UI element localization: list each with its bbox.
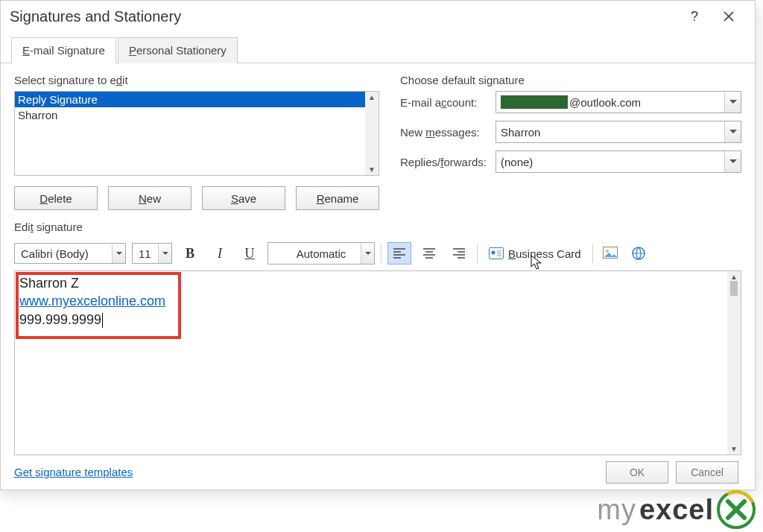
save-button[interactable]: Save (202, 186, 285, 210)
insert-picture-button[interactable] (599, 242, 621, 265)
signature-listbox[interactable]: Reply Signature Sharron ▲▼ (14, 91, 379, 176)
chevron-down-icon (724, 121, 741, 142)
tab-strip: E-mail Signature Personal Stationery (1, 37, 755, 63)
chevron-down-icon (361, 243, 374, 264)
insert-hyperlink-button[interactable] (627, 242, 650, 265)
replies-forwards-select[interactable]: (none) (496, 151, 741, 173)
replies-forwards-label: Replies/forwards: (400, 156, 490, 168)
align-center-button[interactable] (417, 242, 441, 265)
dialog-footer: OK Cancel (606, 461, 738, 484)
chevron-down-icon (724, 151, 741, 172)
signature-editor-wrap: Sharron Z www.myexcelonline.com 999.999.… (14, 270, 741, 455)
separator (592, 244, 593, 263)
link-icon (631, 246, 646, 261)
signature-link[interactable]: www.myexcelonline.com (19, 294, 165, 308)
tab-personal-stationery[interactable]: Personal Stationery (118, 37, 238, 63)
svg-point-5 (718, 492, 754, 528)
help-button[interactable]: ? (677, 1, 712, 31)
svg-point-3 (606, 250, 609, 253)
chevron-down-icon (112, 244, 125, 263)
signatures-dialog: Signatures and Stationery ? E-mail Signa… (0, 0, 756, 490)
signature-line: Sharron Z (19, 274, 165, 292)
separator (381, 244, 382, 263)
signature-contents: Sharron Z www.myexcelonline.com 999.999.… (19, 274, 165, 329)
signature-editor[interactable]: Sharron Z www.myexcelonline.com 999.999.… (15, 271, 727, 455)
align-left-button[interactable] (387, 242, 411, 265)
svg-point-1 (492, 251, 496, 255)
picture-icon (603, 247, 618, 260)
watermark: myexcel (597, 490, 756, 529)
signature-line: 999.999.9999 (19, 311, 165, 329)
font-size-select[interactable]: 11 (132, 243, 172, 264)
font-color-select[interactable]: Automatic (267, 242, 375, 265)
select-signature-label: Select signature to edit (14, 74, 379, 86)
watermark-logo-icon (717, 490, 756, 529)
default-signature-heading: Choose default signature (400, 74, 741, 86)
italic-button[interactable]: I (208, 242, 232, 265)
separator (477, 244, 478, 263)
new-messages-label: New messages: (400, 126, 490, 139)
tab-content: Select signature to edit Reply Signature… (1, 63, 755, 484)
chevron-down-icon (158, 244, 171, 263)
tab-email-signature[interactable]: E-mail Signature (11, 37, 116, 63)
svg-point-6 (718, 492, 754, 528)
new-button[interactable]: New (108, 186, 191, 210)
list-item[interactable]: Reply Signature (15, 92, 365, 107)
chevron-down-icon (724, 92, 741, 113)
email-account-select[interactable]: @outlook.com (496, 91, 741, 113)
underline-button[interactable]: U (238, 242, 262, 265)
ok-button[interactable]: OK (606, 461, 668, 484)
text-cursor (102, 313, 103, 328)
bold-button[interactable]: B (178, 242, 202, 265)
align-right-button[interactable] (447, 242, 471, 265)
email-account-suffix: @outlook.com (569, 96, 641, 109)
editor-toolbar: Calibri (Body) 11 B I U Automatic (14, 239, 741, 267)
list-item[interactable]: Sharron (15, 107, 365, 123)
business-card-button[interactable]: Business Card (484, 242, 586, 265)
business-card-icon (489, 247, 504, 259)
new-messages-select[interactable]: Sharron (496, 121, 741, 143)
titlebar: Signatures and Stationery ? (1, 1, 755, 32)
close-button[interactable] (712, 1, 746, 31)
listbox-scrollbar[interactable]: ▲▼ (365, 92, 379, 175)
dialog-title: Signatures and Stationery (10, 8, 677, 25)
cancel-button[interactable]: Cancel (676, 461, 738, 484)
rename-button[interactable]: Rename (296, 186, 379, 210)
email-account-label: E-mail account: (400, 96, 490, 109)
redacted-box (501, 95, 568, 109)
scrollbar-thumb[interactable] (730, 281, 738, 296)
editor-scrollbar[interactable]: ▲ ▼ (727, 271, 741, 455)
delete-button[interactable]: Delete (14, 186, 98, 210)
get-templates-link[interactable]: Get signature templates (14, 466, 133, 478)
edit-signature-label: Edit signature (14, 221, 741, 233)
font-name-select[interactable]: Calibri (Body) (14, 243, 126, 264)
